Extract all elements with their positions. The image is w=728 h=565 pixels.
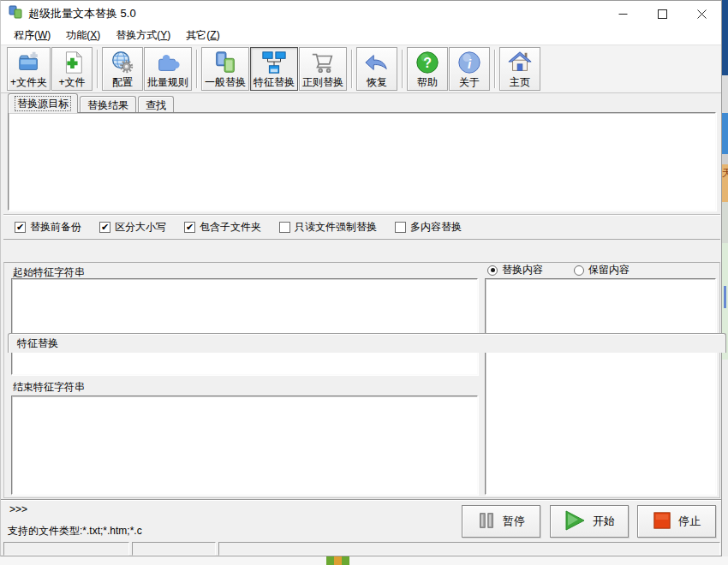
menu-program[interactable]: 程序(W) bbox=[6, 26, 58, 45]
radio-icon bbox=[487, 265, 498, 276]
minimize-button[interactable] bbox=[603, 1, 642, 27]
menu-functions[interactable]: 功能(X) bbox=[58, 26, 108, 45]
maximize-icon bbox=[658, 9, 667, 19]
taskbar-icon[interactable] bbox=[326, 556, 349, 565]
toolbar-button-homepage[interactable]: 主页 bbox=[499, 47, 540, 91]
toolbar-separator bbox=[196, 50, 198, 88]
cart-icon bbox=[310, 49, 336, 75]
play-icon bbox=[564, 509, 586, 534]
status-cell bbox=[132, 542, 216, 556]
checkbox-icon bbox=[15, 222, 26, 233]
toolbar-button-regex-replace[interactable]: 正则替换 bbox=[299, 47, 347, 91]
source-tab-strip: 替换源目标 替换结果 查找 bbox=[8, 95, 176, 113]
close-button[interactable] bbox=[682, 1, 721, 27]
titlebar: 超级批量文本替换 5.0 bbox=[1, 1, 721, 27]
toolbar-button-batch-rules[interactable]: 批量规则 bbox=[144, 47, 192, 91]
content-mode-radios: 替换内容 保留内容 bbox=[487, 263, 630, 277]
close-icon bbox=[697, 9, 707, 19]
toolbar-button-add-folder[interactable]: +文件夹 bbox=[7, 47, 51, 91]
toolbar-button-restore[interactable]: 恢复 bbox=[356, 47, 397, 91]
status-cell bbox=[3, 542, 129, 556]
checkbox-force-readonly-replace[interactable]: 只读文件强制替换 bbox=[279, 220, 377, 235]
stop-icon bbox=[653, 511, 671, 532]
log-prompt: >>> bbox=[9, 503, 27, 515]
toolbar-button-config[interactable]: 配置 bbox=[102, 47, 143, 91]
checkbox-multi-content-replace[interactable]: 多内容替换 bbox=[395, 220, 462, 235]
puzzle-icon bbox=[155, 49, 181, 75]
pages-swap-icon bbox=[212, 49, 238, 75]
tree-diagram-icon bbox=[261, 49, 287, 75]
desktop-background-fragment: 天 bbox=[722, 0, 728, 565]
menu-bar: 程序(W) 功能(X) 替换方式(Y) 其它(Z) bbox=[1, 27, 721, 45]
desktop-text-fragment: 天 bbox=[722, 164, 728, 202]
window-controls bbox=[603, 1, 721, 27]
toolbar-separator bbox=[402, 50, 403, 88]
folder-plus-icon bbox=[16, 49, 42, 75]
options-panel: 替换前备份 区分大小写 包含子文件夹 只读文件强制替换 多内容替换 bbox=[3, 215, 720, 240]
start-button[interactable]: 开始 bbox=[550, 505, 629, 538]
toolbar-separator bbox=[97, 50, 98, 88]
tab-replace-result[interactable]: 替换结果 bbox=[80, 96, 136, 113]
end-feature-string-label: 结束特征字符串 bbox=[13, 380, 85, 395]
toolbar-button-add-file[interactable]: +文件 bbox=[51, 47, 92, 91]
toolbar: +文件夹 +文件 bbox=[1, 45, 721, 93]
question-icon: ? bbox=[415, 49, 440, 75]
toolbar-button-feature-replace[interactable]: 特征替换 bbox=[250, 47, 298, 91]
maximize-button[interactable] bbox=[642, 1, 682, 27]
end-feature-string-input[interactable] bbox=[11, 396, 478, 495]
checkbox-icon bbox=[184, 222, 195, 233]
file-plus-icon bbox=[59, 49, 85, 75]
window-title: 超级批量文本替换 5.0 bbox=[28, 6, 136, 21]
app-window: 超级批量文本替换 5.0 程序(W) 功能(X) 替换方式(Y) 其它(Z) bbox=[0, 0, 722, 556]
desktop-bottom-fragment bbox=[0, 556, 728, 565]
menu-other[interactable]: 其它(Z) bbox=[178, 26, 227, 45]
start-feature-string-input[interactable] bbox=[11, 278, 478, 375]
tab-replace-source-target[interactable]: 替换源目标 bbox=[8, 93, 78, 113]
checkbox-icon bbox=[395, 222, 406, 233]
checkbox-include-subfolders[interactable]: 包含子文件夹 bbox=[184, 220, 261, 235]
toolbar-button-general-replace[interactable]: 一般替换 bbox=[201, 47, 249, 91]
status-cell bbox=[218, 542, 720, 556]
globe-gear-icon bbox=[110, 49, 135, 75]
checkbox-backup-before-replace[interactable]: 替换前备份 bbox=[15, 220, 81, 235]
status-bar bbox=[3, 542, 720, 556]
radio-keep-content[interactable]: 保留内容 bbox=[574, 263, 630, 277]
undo-arrow-icon bbox=[364, 49, 390, 75]
toolbar-button-about[interactable]: i 关于 bbox=[449, 47, 490, 91]
source-target-list[interactable] bbox=[8, 112, 716, 211]
home-icon bbox=[507, 49, 533, 75]
supported-file-types: 支持的文件类型:*.txt;*.htm;*.c bbox=[8, 524, 142, 538]
radio-icon bbox=[574, 265, 584, 276]
checkbox-case-sensitive[interactable]: 区分大小写 bbox=[99, 220, 166, 235]
svg-text:?: ? bbox=[423, 55, 432, 69]
stop-button[interactable]: 停止 bbox=[637, 505, 716, 538]
checkbox-icon bbox=[99, 222, 110, 233]
menu-replace-mode[interactable]: 替换方式(Y) bbox=[108, 26, 178, 45]
pause-icon bbox=[477, 511, 496, 532]
minimize-icon bbox=[618, 9, 628, 19]
checkbox-icon bbox=[279, 222, 290, 233]
radio-replace-content[interactable]: 替换内容 bbox=[487, 263, 543, 277]
tab-feature-replace[interactable]: 特征替换 bbox=[8, 333, 726, 353]
toolbar-separator bbox=[351, 50, 353, 88]
replace-content-input[interactable] bbox=[485, 278, 716, 495]
tab-find[interactable]: 查找 bbox=[138, 96, 174, 113]
info-icon: i bbox=[456, 49, 482, 75]
toolbar-button-help[interactable]: ? 帮助 bbox=[407, 47, 448, 91]
app-icon bbox=[9, 5, 22, 22]
pause-button[interactable]: 暂停 bbox=[462, 505, 540, 538]
toolbar-separator bbox=[494, 50, 496, 88]
